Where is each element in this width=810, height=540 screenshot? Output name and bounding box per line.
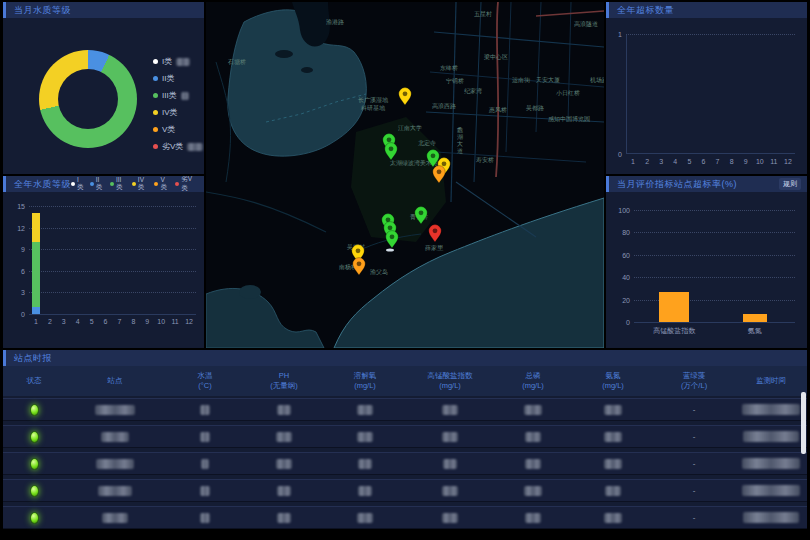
stacked-bar-month-7[interactable]: [115, 206, 123, 314]
exceed-count-chart: 01123456789101112: [626, 34, 795, 154]
x-tick-label: 3: [659, 158, 663, 165]
redacted-value: [357, 405, 373, 415]
stacked-bar-month-12[interactable]: [185, 206, 193, 314]
x-tick-label: 9: [744, 158, 748, 165]
panel-title: 当月评价指标站点超标率(%): [617, 178, 737, 191]
y-tick-label: 40: [622, 274, 630, 281]
map-label-高浪西路: 高浪西路: [432, 102, 456, 110]
panel-year-quality: 全年水质等级 I类II类III类IV类V类劣V类 036912151234567…: [3, 176, 204, 348]
stacked-bar-month-11[interactable]: [171, 206, 179, 314]
redacted-value: [276, 459, 292, 469]
legend-item-IV类[interactable]: IV类: [132, 176, 149, 193]
stacked-bar-month-10[interactable]: [157, 206, 165, 314]
legend-dot: [132, 182, 136, 186]
stacked-bar-month-8[interactable]: [129, 206, 137, 314]
x-tick-label: 4: [76, 318, 80, 325]
stacked-bar-month-6[interactable]: [102, 206, 110, 314]
column-header-水温: 水温(°C): [165, 366, 245, 396]
column-header-PH: PH(无量纲): [245, 366, 323, 396]
map[interactable]: 石塘桥渔港路五星村高浪隧道梁中心区东绛桥宁锦桥纪家湾运南街天安大厦机场路小日红桥…: [206, 2, 604, 348]
panel-month-quality: 当月水质等级 I类II类III类IV类V类劣V类: [3, 2, 204, 174]
rate-bar-高锰酸盐指数[interactable]: [659, 292, 689, 322]
cell-氨氮: [573, 459, 653, 469]
cell-状态: [3, 404, 65, 416]
gridline-y0: [634, 322, 795, 323]
redacted-value: [604, 513, 622, 523]
redacted-value: [357, 432, 373, 442]
table-row[interactable]: -: [3, 452, 807, 475]
cell-监测时间: [735, 512, 807, 523]
cell-氨氮: [573, 432, 653, 442]
table-row[interactable]: -: [3, 398, 807, 421]
redacted-value: [358, 486, 372, 496]
column-title: 氨氮: [606, 371, 621, 381]
legend-dot: [153, 76, 158, 81]
cell-总磷: [493, 459, 573, 469]
exceed-rate-chart: 020406080100高锰酸盐指数氨氮: [634, 210, 795, 322]
rate-bar-氨氮[interactable]: [743, 314, 767, 322]
cell-状态: [3, 458, 65, 470]
stacked-bar-month-1[interactable]: [32, 206, 40, 314]
column-header-氨氮: 氨氮(mg/L): [573, 366, 653, 396]
table-row[interactable]: -: [3, 425, 807, 448]
rules-button[interactable]: 规则: [779, 178, 801, 190]
redacted-value: [604, 459, 622, 469]
cell-蓝绿藻: -: [653, 513, 735, 522]
y-tick-label: 60: [622, 251, 630, 258]
stacked-bar-month-9[interactable]: [143, 206, 151, 314]
legend-label: I类: [162, 56, 172, 67]
panel-title: 全年水质等级: [14, 178, 71, 191]
redacted-value: [176, 58, 190, 66]
cell-PH: [245, 432, 323, 442]
legend-item-V类[interactable]: V类: [153, 124, 203, 135]
y-tick-label: 0: [21, 311, 25, 318]
redacted-value: [200, 405, 210, 415]
year-quality-legend: I类II类III类IV类V类劣V类: [71, 176, 196, 193]
stacked-bar-month-3[interactable]: [60, 206, 68, 314]
legend-label: II类: [162, 73, 174, 84]
cell-站点: [65, 513, 165, 523]
column-title: 监测时间: [756, 376, 786, 386]
gridline-y40: [634, 277, 795, 278]
map-label-运南街: 运南街: [512, 77, 531, 84]
table-scrollbar-thumb[interactable]: [801, 392, 806, 454]
legend-item-I类[interactable]: I类: [71, 176, 84, 193]
redacted-timestamp: [742, 485, 800, 496]
legend-item-II类[interactable]: II类: [153, 73, 203, 84]
cell-蓝绿藻: -: [653, 432, 735, 441]
table-row[interactable]: -: [3, 479, 807, 502]
panel-exceed-rate: 当月评价指标站点超标率(%) 规则 020406080100高锰酸盐指数氨氮: [606, 176, 807, 348]
legend-item-IV类[interactable]: IV类: [153, 107, 203, 118]
redacted-station-name: [102, 513, 128, 523]
redacted-value: [524, 486, 542, 496]
table-row[interactable]: -: [3, 506, 807, 529]
cell-站点: [65, 405, 165, 415]
stacked-bar-month-5[interactable]: [88, 206, 96, 314]
year-quality-chart: 03691215123456789101112: [29, 206, 196, 314]
legend-dot: [90, 182, 94, 186]
gridline-y60: [634, 255, 795, 256]
gridline-y80: [634, 232, 795, 233]
y-tick-label: 1: [618, 31, 622, 38]
legend-item-劣V类[interactable]: 劣V类: [175, 176, 196, 193]
stacked-bar-month-2[interactable]: [46, 206, 54, 314]
dashboard-root: 当月水质等级 I类II类III类IV类V类劣V类 全年水质等级 I类II类III…: [0, 0, 810, 540]
column-title: 蓝绿藻: [683, 371, 706, 381]
legend-item-III类[interactable]: III类: [153, 90, 203, 101]
panel-year-quality-header: 全年水质等级 I类II类III类IV类V类劣V类: [3, 176, 204, 192]
redacted-value: [442, 432, 458, 442]
legend-item-V类[interactable]: V类: [154, 176, 169, 193]
legend-item-III类[interactable]: III类: [110, 176, 126, 193]
stacked-bar-month-4[interactable]: [74, 206, 82, 314]
legend-item-I类[interactable]: I类: [153, 56, 203, 67]
algae-value: -: [693, 459, 696, 468]
cell-PH: [245, 405, 323, 415]
map-label-薛家里: 薛家里: [425, 244, 444, 251]
cell-站点: [65, 459, 165, 469]
map-label-梁中心区: 梁中心区: [484, 53, 508, 60]
x-tick-label: 2: [645, 158, 649, 165]
x-tick-label: 11: [171, 318, 178, 325]
legend-item-劣V类[interactable]: 劣V类: [153, 141, 203, 152]
legend-item-II类[interactable]: II类: [90, 176, 104, 193]
column-header-溶解氧: 溶解氧(mg/L): [323, 366, 407, 396]
